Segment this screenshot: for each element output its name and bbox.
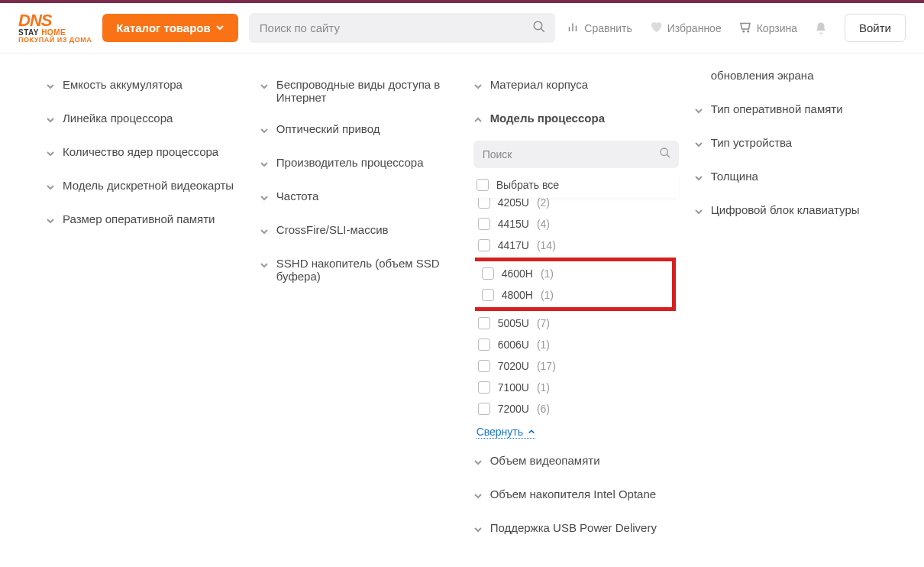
compare-link[interactable]: Сравнить: [566, 20, 632, 36]
filter-columns: Емкость аккумулятораЛинейка процессораКо…: [0, 53, 924, 561]
cpu-option-label: 4417U: [498, 239, 529, 251]
cpu-option-count: (1): [541, 289, 554, 301]
filter-refresh-partial[interactable]: обновления экрана: [694, 69, 878, 93]
filter-item[interactable]: Тип оперативной памяти: [694, 93, 878, 127]
filter-item[interactable]: Беспроводные виды доступа в Интернет: [260, 69, 458, 113]
chevron-down-icon: [46, 80, 55, 93]
cpu-option-count: (6): [537, 403, 550, 415]
logo[interactable]: DNS STAY HOME ПОКУПАЙ ИЗ ДОМА: [18, 12, 92, 44]
filter-column-4: обновления экрана Тип оперативной памяти…: [687, 69, 886, 546]
filter-item[interactable]: Толщина: [694, 160, 878, 194]
bars-icon: [566, 20, 580, 36]
cpu-option-checkbox[interactable]: [478, 198, 490, 209]
logo-main: DNS: [18, 12, 92, 29]
cpu-option-count: (4): [537, 218, 550, 230]
cpu-option-checkbox[interactable]: [478, 218, 490, 230]
cpu-option-row[interactable]: 4417U (14): [475, 235, 671, 256]
filter-item[interactable]: Поддержка USB Power Delivery: [473, 512, 679, 546]
cpu-option-label: 7100U: [498, 381, 529, 394]
cpu-option-row[interactable]: 7020U (17): [475, 355, 671, 377]
cpu-option-label: 4800H: [502, 289, 533, 301]
svg-point-7: [661, 148, 667, 155]
filter-label: Линейка процессора: [63, 112, 173, 125]
filter-label: Производитель процессора: [276, 156, 424, 169]
search-icon: [659, 147, 671, 162]
cpu-option-checkbox[interactable]: [478, 239, 490, 251]
filter-item[interactable]: Объем видеопамяти: [473, 445, 679, 478]
cpu-option-count: (14): [537, 239, 556, 251]
filter-cpu-model[interactable]: Модель процессора: [473, 102, 679, 136]
svg-line-1: [541, 28, 545, 32]
cpu-option-checkbox[interactable]: [478, 339, 490, 351]
cpu-option-count: (1): [537, 381, 550, 394]
filter-item[interactable]: SSHD накопитель (объем SSD буфера): [260, 248, 458, 292]
chevron-down-icon: [473, 523, 483, 536]
chevron-up-icon: [528, 426, 535, 438]
search-icon[interactable]: [532, 20, 546, 37]
cpu-option-row[interactable]: 4600H (1): [475, 263, 672, 284]
filter-item[interactable]: Размер оперативной памяти: [46, 203, 244, 237]
cpu-model-search-input[interactable]: [473, 141, 679, 168]
svg-point-6: [748, 31, 749, 32]
filter-item[interactable]: Оптический привод: [260, 113, 458, 147]
chevron-down-icon: [260, 192, 269, 205]
select-all-row[interactable]: Выбрать все: [473, 173, 679, 198]
cpu-option-label: 6006U: [498, 339, 529, 351]
filter-item[interactable]: Количество ядер процессора: [46, 136, 244, 170]
cpu-option-row[interactable]: 7200U (6): [475, 398, 671, 420]
search-input[interactable]: [249, 13, 556, 43]
cart-link[interactable]: Корзина: [738, 20, 797, 36]
select-all-checkbox[interactable]: [477, 179, 489, 191]
cpu-option-label: 4205U: [498, 198, 529, 209]
cpu-option-row[interactable]: 7100U (1): [475, 377, 671, 398]
filter-item[interactable]: Производитель процессора: [260, 147, 458, 180]
header-links: Сравнить Избранное Корзина Войти: [566, 14, 906, 42]
chevron-down-icon: [260, 259, 269, 272]
collapse-link[interactable]: Свернуть: [477, 426, 535, 439]
cpu-option-count: (1): [537, 339, 550, 351]
logo-tagline-2: ПОКУПАЙ ИЗ ДОМА: [18, 37, 92, 44]
cpu-option-checkbox[interactable]: [478, 403, 490, 415]
filter-label: Тип оперативной памяти: [711, 102, 843, 115]
chevron-down-icon: [46, 147, 55, 160]
site-search: [249, 13, 556, 43]
filter-item[interactable]: Материал корпуса: [473, 69, 679, 102]
chevron-down-icon: [260, 80, 269, 93]
cpu-option-checkbox[interactable]: [482, 267, 494, 280]
chevron-down-icon: [694, 138, 703, 151]
filter-item[interactable]: CrossFire/SLI-массив: [260, 214, 458, 248]
cart-icon: [738, 20, 752, 36]
cpu-option-row[interactable]: 4205U (2): [475, 198, 671, 213]
login-button[interactable]: Войти: [845, 14, 906, 42]
filter-label: Объем видеопамяти: [490, 454, 600, 467]
favorites-link[interactable]: Избранное: [649, 20, 722, 36]
filter-item[interactable]: Емкость аккумулятора: [46, 69, 244, 102]
chevron-down-icon: [473, 490, 483, 503]
cpu-option-row[interactable]: 4415U (4): [475, 213, 671, 235]
bell-icon[interactable]: [814, 21, 828, 35]
chevron-down-icon: [260, 125, 269, 138]
filter-item[interactable]: Частота: [260, 180, 458, 214]
cpu-option-row[interactable]: 4800H (1): [475, 284, 672, 306]
filter-label: Беспроводные виды доступа в Интернет: [276, 78, 458, 104]
catalog-button[interactable]: Каталог товаров: [102, 14, 238, 42]
filter-label: Модель дискретной видеокарты: [63, 179, 234, 192]
filter-item[interactable]: Цифровой блок клавиатуры: [694, 194, 878, 228]
cpu-option-checkbox[interactable]: [478, 381, 490, 394]
filter-item[interactable]: Линейка процессора: [46, 102, 244, 136]
cpu-option-label: 7200U: [498, 403, 529, 415]
cpu-option-checkbox[interactable]: [482, 289, 494, 301]
svg-point-5: [743, 31, 745, 32]
cpu-option-checkbox[interactable]: [478, 317, 490, 329]
filter-item[interactable]: Объем накопителя Intel Optane: [473, 478, 679, 512]
cpu-option-row[interactable]: 5005U (7): [475, 313, 671, 334]
filter-item[interactable]: Тип устройства: [694, 127, 878, 160]
chevron-down-icon: [473, 80, 483, 93]
cpu-model-search: [473, 141, 679, 168]
filter-item[interactable]: Модель дискретной видеокарты: [46, 170, 244, 203]
filter-column-2: Беспроводные виды доступа в ИнтернетОпти…: [252, 69, 466, 546]
cpu-option-row[interactable]: 6006U (1): [475, 334, 671, 355]
chevron-down-icon: [694, 105, 703, 118]
cpu-model-list[interactable]: 4205U (2)4415U (4)4417U (14)4600H (1)480…: [475, 198, 679, 420]
cpu-option-checkbox[interactable]: [478, 360, 490, 372]
